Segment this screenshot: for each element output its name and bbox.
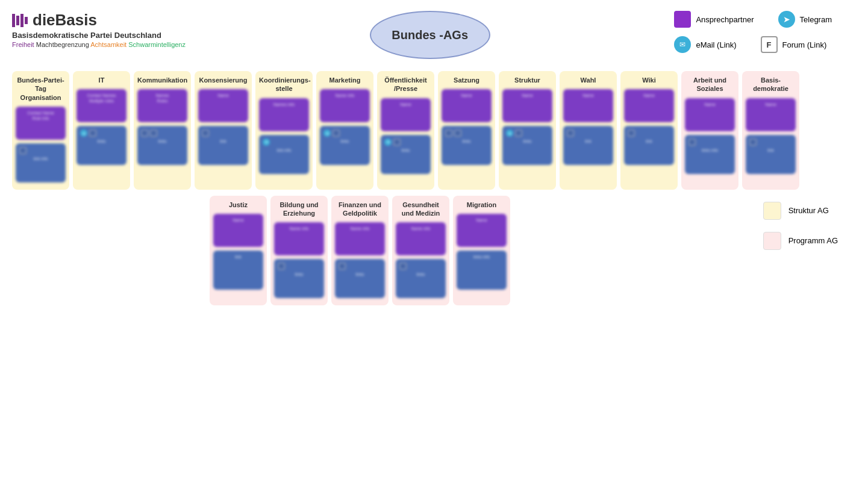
legend-email: ✉ eMail (Link) xyxy=(674,36,736,53)
ag-bpt-card-purple: Contact NameRole Info xyxy=(16,107,66,140)
forum-small-icon: F xyxy=(339,263,346,270)
ag-finanzen-title: Finanzen und Geldpolitik xyxy=(335,201,385,218)
ag-konsensierung-card-blue: F link xyxy=(198,126,248,165)
ag-wahl-card-blue: F link xyxy=(563,126,613,165)
ag-basisdemokratie-icons: F xyxy=(749,139,792,146)
programm-ag-color-box xyxy=(763,232,781,250)
ag-justiz-card-purple: Name xyxy=(213,214,263,247)
ag-bildung-card-purple: Name info xyxy=(274,222,324,255)
ag-justiz-purple-text: Name xyxy=(217,217,260,223)
ag-kommunikation-blue-text: links xyxy=(141,139,184,144)
ag-konsensierung-blue-text: link xyxy=(202,139,245,144)
ag-arbeit-purple-text: Name xyxy=(688,102,731,107)
logo-bars-icon xyxy=(12,14,28,27)
tagline-schwarm: Schwarmintelligenz xyxy=(126,41,186,48)
email-small-icon: ✉ xyxy=(263,139,270,146)
ag-kommunikation-title: Kommunikation xyxy=(137,76,187,84)
ag-marketing-blue-text: links xyxy=(323,139,366,144)
ag-oeffentlichkeit-title: Öffentlichkeit /Presse xyxy=(381,76,431,93)
ag-finanzen-card-purple: Name info xyxy=(335,222,385,255)
ag-gesundheit-card-purple: Name info xyxy=(396,222,446,255)
ag-koordinierung-card-purple: Names info xyxy=(259,98,309,131)
ag-bildung-title: Bildung und Erziehung xyxy=(274,201,324,218)
ag-oeffentlichkeit-card-blue: ✉ F links xyxy=(381,135,431,174)
ag-koordinierung-title: Koordinierungs-stelle xyxy=(259,76,309,93)
ag-it-card-purple: Contact NamesMultiple roles xyxy=(76,89,126,122)
ag-bpt-icons: F xyxy=(19,147,62,154)
ag-gesundheit-blue-text: links xyxy=(399,272,442,277)
ag-it: IT Contact NamesMultiple roles ✉ F links xyxy=(73,71,130,190)
bottom-legend: Struktur AG Programm AG xyxy=(745,196,856,306)
ag-gesundheit-icons: F xyxy=(399,263,442,270)
logo-bar-3 xyxy=(20,14,23,27)
ag-basisdemokratie-title: Basis-demokratie xyxy=(746,76,796,93)
ag-it-purple-text: Contact NamesMultiple roles xyxy=(80,93,123,104)
page-header: dieBasis Basisdemokratische Partei Deuts… xyxy=(0,0,868,65)
ag-oeffentlichkeit-blue-text: links xyxy=(384,148,427,153)
ag-wahl-purple-text: Name xyxy=(567,93,610,98)
logo-bar-1 xyxy=(12,14,15,27)
legend-programm-ag: Programm AG xyxy=(763,232,838,250)
forum-small-icon: F xyxy=(399,263,407,270)
ag-bildung-card-blue: F links xyxy=(274,259,324,298)
ag-bpt-blue-text: link info xyxy=(19,156,62,161)
ag-struktur-title: Struktur xyxy=(502,76,552,84)
ag-kommunikation-icons: F F xyxy=(141,129,184,137)
ag-konsensierung-title: Konsensierung xyxy=(198,76,248,84)
ag-wiki-card-purple: Name xyxy=(624,89,674,122)
ag-finanzen-card-blue: F links xyxy=(335,259,385,298)
ag-satzung-purple-text: Name xyxy=(445,93,488,98)
ag-konsensierung-icons: F xyxy=(202,129,245,137)
forum-small-icon-2: F xyxy=(150,129,157,137)
ag-satzung-blue-text: links xyxy=(445,139,488,144)
logo-bar-4 xyxy=(25,17,28,24)
forum-icon: F xyxy=(761,36,778,53)
ag-finanzen-purple-text: Name info xyxy=(339,226,381,231)
ag-bpt-purple-text: Contact NameRole Info xyxy=(19,110,62,121)
ag-it-card-blue: ✉ F links xyxy=(76,126,126,165)
ag-koordinierung-purple-text: Names info xyxy=(263,102,305,107)
ag-bpt-title: Bundes-Partei-Tag Organisation xyxy=(16,76,66,102)
ag-kommunikation-purple-text: NamesRoles xyxy=(141,93,184,104)
top-ag-row: Bundes-Partei-Tag Organisation Contact N… xyxy=(12,71,856,190)
forum-small-icon: F xyxy=(628,129,635,137)
ag-bildung-purple-text: Name info xyxy=(278,226,320,231)
ag-marketing-icons: ✉ F xyxy=(323,129,366,137)
ag-gesundheit-card-blue: F links xyxy=(396,259,446,298)
ag-oeffentlichkeit: Öffentlichkeit /Presse Name ✉ F links xyxy=(377,71,434,190)
ag-basisdemokratie-card-blue: F link xyxy=(746,135,796,174)
tagline-acht: Achtsamkeit xyxy=(89,41,126,48)
ag-migration-blue-text: links info xyxy=(460,254,503,260)
legend-row-1: Ansprechpartner ➤ Telegram xyxy=(674,11,832,28)
ag-marketing-card-purple: Name info xyxy=(320,89,370,122)
ag-koordinierung-blue-text: link info xyxy=(263,148,305,153)
ag-arbeit-blue-text: links info xyxy=(688,148,731,153)
programm-ag-label: Programm AG xyxy=(788,236,838,245)
ag-basisdemokratie-blue-text: link xyxy=(749,148,792,153)
ag-wiki-blue-text: link xyxy=(628,139,670,144)
forum-small-icon: F xyxy=(202,129,209,137)
ag-oeffentlichkeit-icons: ✉ F xyxy=(384,139,427,146)
legend-struktur-ag: Struktur AG xyxy=(763,202,838,220)
ag-bpt: Bundes-Partei-Tag Organisation Contact N… xyxy=(12,71,69,190)
ag-migration-card-purple: Name xyxy=(457,214,507,247)
ansprechpartner-label: Ansprechpartner xyxy=(696,15,754,24)
ag-basisdemokratie: Basis-demokratie Name F link xyxy=(742,71,799,190)
ag-kommunikation: Kommunikation NamesRoles F F links xyxy=(134,71,191,190)
ansprechpartner-icon xyxy=(674,11,691,28)
ag-satzung-title: Satzung xyxy=(442,76,492,84)
ag-wiki-card-blue: F link xyxy=(624,126,674,165)
struktur-ag-label: Struktur AG xyxy=(788,206,829,215)
ag-arbeit-icons: F xyxy=(688,139,731,146)
ag-arbeit-soziales: Arbeit und Soziales Name F links info xyxy=(681,71,738,190)
email-small-icon: ✉ xyxy=(506,129,513,137)
ag-justiz-title: Justiz xyxy=(213,201,263,209)
ag-koordinierung-icons: ✉ xyxy=(263,139,305,146)
ag-migration-title: Migration xyxy=(457,201,507,209)
ag-wiki-icons: F xyxy=(628,129,670,137)
ag-wahl: Wahl Name F link xyxy=(560,71,617,190)
ag-satzung-card-purple: Name xyxy=(442,89,492,122)
logo-text: dieBasis xyxy=(33,11,97,30)
ag-bpt-card-blue: F link info xyxy=(16,143,66,182)
forum-small-icon: F xyxy=(19,147,27,154)
